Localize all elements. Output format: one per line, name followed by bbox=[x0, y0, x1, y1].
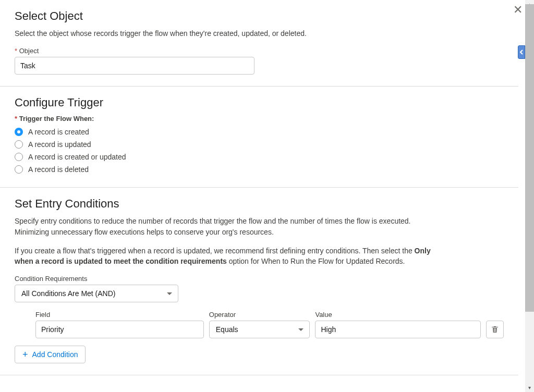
trash-icon bbox=[491, 326, 499, 333]
radio-record-created[interactable]: A record is created bbox=[15, 126, 504, 138]
cond-operator-value: Equals bbox=[216, 325, 238, 334]
configure-start-panel: Select Object Select the object whose re… bbox=[0, 0, 518, 392]
radio-dot-icon bbox=[15, 128, 23, 136]
scrollbar-thumb[interactable] bbox=[525, 4, 534, 312]
select-object-helper: Select the object whose records trigger … bbox=[15, 28, 432, 39]
entry-conditions-heading: Set Entry Conditions bbox=[15, 197, 504, 211]
condition-row: Field Operator Equals Value bbox=[15, 311, 504, 338]
cond-field-label: Field bbox=[35, 311, 204, 318]
section-select-object: Select Object Select the object whose re… bbox=[0, 0, 518, 86]
radio-dot-icon bbox=[15, 165, 23, 174]
chevron-down-icon bbox=[298, 325, 304, 334]
cond-value-label: Value bbox=[315, 311, 481, 318]
cond-value-input[interactable] bbox=[315, 321, 481, 338]
object-input[interactable] bbox=[15, 57, 254, 75]
radio-label: A record is updated bbox=[28, 140, 91, 149]
radio-record-deleted[interactable]: A record is deleted bbox=[15, 163, 504, 176]
cond-field-input[interactable] bbox=[35, 321, 204, 338]
radio-record-created-or-updated[interactable]: A record is created or updated bbox=[15, 151, 504, 163]
scroll-down-arrow[interactable]: ▾ bbox=[525, 383, 534, 392]
condition-requirements-select[interactable]: All Conditions Are Met (AND) bbox=[15, 285, 178, 302]
cond-operator-select[interactable]: Equals bbox=[209, 321, 310, 338]
cond-operator-label: Operator bbox=[209, 311, 310, 318]
radio-label: A record is deleted bbox=[28, 165, 89, 174]
add-condition-label: Add Condition bbox=[32, 350, 78, 359]
radio-record-updated[interactable]: A record is updated bbox=[15, 138, 504, 151]
configure-trigger-heading: Configure Trigger bbox=[15, 96, 504, 109]
section-configure-trigger: Configure Trigger Trigger the Flow When:… bbox=[0, 87, 518, 187]
select-object-heading: Select Object bbox=[15, 9, 504, 23]
trigger-when-label: Trigger the Flow When: bbox=[15, 115, 504, 123]
plus-icon: + bbox=[22, 350, 28, 359]
divider bbox=[0, 375, 518, 375]
entry-conditions-helper1: Specify entry conditions to reduce the n… bbox=[15, 216, 432, 237]
helper2-part1: If you create a flow that's triggered wh… bbox=[15, 247, 415, 255]
add-condition-button[interactable]: + Add Condition bbox=[15, 346, 86, 363]
section-entry-conditions: Set Entry Conditions Specify entry condi… bbox=[0, 188, 518, 375]
radio-label: A record is created bbox=[28, 128, 89, 136]
condition-requirements-label: Condition Requirements bbox=[15, 275, 504, 283]
side-tab-handle[interactable] bbox=[518, 45, 525, 59]
trigger-radio-group: A record is created A record is updated … bbox=[15, 126, 504, 176]
object-label: Object bbox=[15, 47, 504, 55]
delete-condition-button[interactable] bbox=[486, 321, 504, 338]
chevron-down-icon bbox=[166, 289, 173, 298]
radio-dot-icon bbox=[15, 153, 23, 161]
radio-dot-icon bbox=[15, 140, 23, 149]
radio-label: A record is created or updated bbox=[28, 153, 126, 161]
scrollbar-track[interactable]: ▴ ▾ bbox=[525, 0, 534, 392]
condition-requirements-value: All Conditions Are Met (AND) bbox=[21, 289, 116, 298]
entry-conditions-helper2: If you create a flow that's triggered wh… bbox=[15, 246, 432, 267]
helper2-part2: option for When to Run the Flow for Upda… bbox=[229, 257, 405, 265]
